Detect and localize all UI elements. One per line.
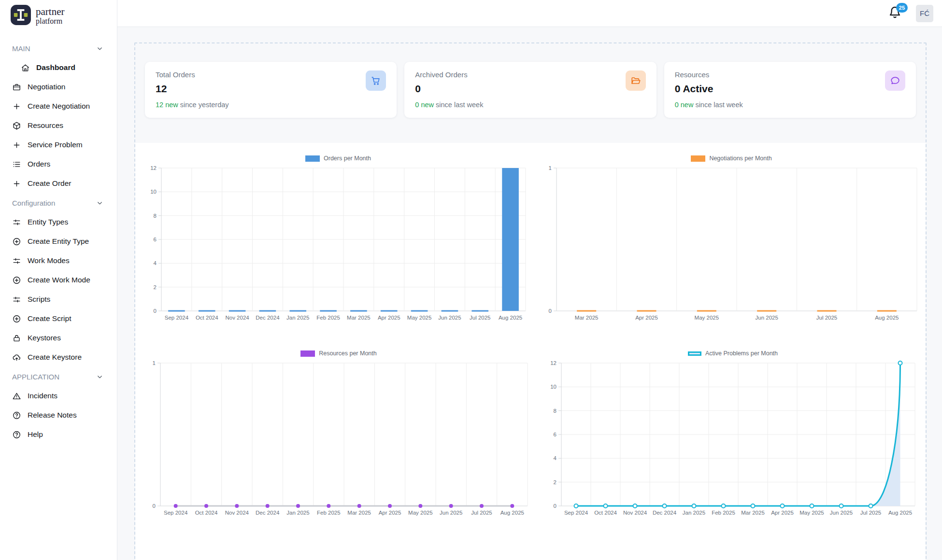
svg-text:10: 10 bbox=[550, 384, 557, 390]
svg-text:Feb 2025: Feb 2025 bbox=[712, 510, 735, 516]
briefcase-icon bbox=[12, 83, 21, 92]
sidebar-item-orders[interactable]: Orders bbox=[0, 154, 117, 174]
notifications-button[interactable]: 25 bbox=[888, 6, 901, 21]
sliders-icon bbox=[12, 256, 21, 266]
section-header-main[interactable]: MAIN bbox=[0, 39, 117, 58]
sidebar-item-negotiation[interactable]: Negotiation bbox=[0, 77, 117, 97]
user-avatar[interactable]: FĆ bbox=[916, 5, 933, 22]
dashboard-content: Total Orders 12 12 new since yesterday A… bbox=[134, 42, 927, 560]
sidebar-item-work-modes[interactable]: Work Modes bbox=[0, 251, 117, 270]
chart-legend[interactable]: Orders per Month bbox=[145, 154, 531, 163]
svg-text:8: 8 bbox=[154, 213, 157, 219]
chat-bubble-icon bbox=[885, 70, 905, 91]
svg-text:Oct 2024: Oct 2024 bbox=[594, 510, 617, 516]
sidebar-item-label: Create Work Mode bbox=[28, 276, 90, 284]
brand-logo-icon bbox=[11, 5, 31, 27]
card-delta: 12 new since yesterday bbox=[156, 101, 386, 109]
sidebar-item-create-keystore[interactable]: Create Keystore bbox=[0, 348, 117, 367]
legend-label: Active Problems per Month bbox=[705, 350, 778, 357]
svg-text:4: 4 bbox=[154, 260, 157, 266]
svg-text:May 2025: May 2025 bbox=[407, 315, 432, 321]
sidebar-item-dashboard[interactable]: Dashboard bbox=[0, 58, 117, 77]
sidebar-item-create-entity-type[interactable]: Create Entity Type bbox=[0, 232, 117, 251]
svg-text:2: 2 bbox=[554, 479, 557, 485]
plus-icon bbox=[12, 102, 21, 111]
chart-legend[interactable]: Negotiations per Month bbox=[540, 154, 923, 163]
svg-text:12: 12 bbox=[150, 165, 157, 171]
svg-text:Mar 2025: Mar 2025 bbox=[347, 510, 371, 516]
svg-text:Sep 2024: Sep 2024 bbox=[564, 510, 588, 516]
chart-canvas: 01Mar 2025Apr 2025May 2025Jun 2025Jul 20… bbox=[540, 163, 923, 323]
question-circle-icon bbox=[12, 411, 21, 420]
svg-text:Feb 2025: Feb 2025 bbox=[316, 315, 340, 321]
sidebar-item-help[interactable]: Help bbox=[0, 425, 117, 444]
sidebar-item-keystores[interactable]: Keystores bbox=[0, 328, 117, 348]
svg-text:Aug 2025: Aug 2025 bbox=[500, 510, 524, 516]
svg-text:2: 2 bbox=[154, 284, 157, 290]
svg-text:Mar 2025: Mar 2025 bbox=[741, 510, 765, 516]
svg-text:Mar 2025: Mar 2025 bbox=[347, 315, 371, 321]
sidebar-item-label: Create Entity Type bbox=[28, 237, 89, 246]
sidebar-item-label: Create Keystore bbox=[28, 353, 82, 362]
sidebar-item-incidents[interactable]: Incidents bbox=[0, 386, 117, 406]
svg-text:12: 12 bbox=[550, 360, 557, 366]
svg-text:Dec 2024: Dec 2024 bbox=[256, 510, 280, 516]
sidebar-item-label: Work Modes bbox=[28, 256, 70, 265]
warning-icon bbox=[12, 392, 21, 401]
section-header-application[interactable]: APPLICATION bbox=[0, 367, 117, 386]
svg-text:Apr 2025: Apr 2025 bbox=[378, 315, 400, 321]
section-label: MAIN bbox=[12, 44, 30, 53]
sidebar-item-resources[interactable]: Resources bbox=[0, 116, 117, 135]
svg-text:Jul 2025: Jul 2025 bbox=[860, 510, 881, 516]
sidebar-item-label: Orders bbox=[28, 160, 50, 168]
sidebar-item-service-problem[interactable]: Service Problem bbox=[0, 135, 117, 154]
lock-icon bbox=[12, 334, 21, 343]
card-archived-orders: Archived Orders 0 0 new since last week bbox=[404, 62, 656, 118]
sidebar-item-label: Service Problem bbox=[28, 140, 83, 149]
chart-legend[interactable]: Active Problems per Month bbox=[545, 349, 921, 358]
section-header-configuration[interactable]: Configuration bbox=[0, 193, 117, 212]
svg-text:Nov 2024: Nov 2024 bbox=[225, 315, 249, 321]
svg-text:Oct 2024: Oct 2024 bbox=[195, 510, 218, 516]
chart-legend[interactable]: Resources per Month bbox=[144, 349, 533, 358]
sidebar-item-create-script[interactable]: Create Script bbox=[0, 309, 117, 328]
legend-swatch bbox=[688, 351, 701, 356]
sidebar-item-create-order[interactable]: Create Order bbox=[0, 174, 117, 193]
plus-icon bbox=[12, 140, 21, 150]
chevron-down-icon bbox=[96, 45, 103, 52]
svg-text:6: 6 bbox=[554, 432, 557, 437]
brand[interactable]: partner platform bbox=[0, 0, 117, 27]
svg-text:May 2025: May 2025 bbox=[695, 315, 719, 321]
svg-text:0: 0 bbox=[554, 503, 557, 509]
notification-count-badge: 25 bbox=[896, 3, 908, 13]
sidebar-item-create-negotiation[interactable]: Create Negotiation bbox=[0, 97, 117, 116]
card-value: 0 Active bbox=[675, 83, 905, 95]
chart-active-problems-per-month: Active Problems per Month024681012Sep 20… bbox=[545, 349, 921, 518]
stat-cards-row: Total Orders 12 12 new since yesterday A… bbox=[145, 62, 916, 118]
svg-text:Mar 2025: Mar 2025 bbox=[575, 315, 599, 321]
sidebar-item-release-notes[interactable]: Release Notes bbox=[0, 406, 117, 425]
cart-icon bbox=[366, 70, 386, 91]
svg-text:Jun 2025: Jun 2025 bbox=[438, 315, 461, 321]
svg-text:Dec 2024: Dec 2024 bbox=[256, 315, 280, 321]
sidebar-item-scripts[interactable]: Scripts bbox=[0, 290, 117, 309]
chart-canvas: 024681012Sep 2024Oct 2024Nov 2024Dec 202… bbox=[145, 163, 531, 323]
svg-text:Jul 2025: Jul 2025 bbox=[471, 510, 492, 516]
card-resources: Resources 0 Active 0 new since last week bbox=[664, 62, 916, 118]
svg-text:0: 0 bbox=[549, 308, 552, 314]
chart-negotiations-per-month: Negotiations per Month01Mar 2025Apr 2025… bbox=[540, 154, 923, 323]
sidebar-item-label: Incidents bbox=[28, 392, 57, 400]
sidebar-item-create-work-mode[interactable]: Create Work Mode bbox=[0, 270, 117, 290]
sliders-icon bbox=[12, 218, 21, 227]
svg-text:Apr 2025: Apr 2025 bbox=[771, 510, 794, 516]
svg-text:Jul 2025: Jul 2025 bbox=[816, 315, 837, 321]
section-label: Configuration bbox=[12, 199, 55, 207]
main-content: Total Orders 12 12 new since yesterday A… bbox=[117, 27, 942, 560]
legend-swatch bbox=[300, 350, 315, 357]
sidebar-item-label: Create Script bbox=[28, 314, 71, 323]
sidebar-item-entity-types[interactable]: Entity Types bbox=[0, 212, 117, 232]
svg-text:May 2025: May 2025 bbox=[408, 510, 433, 516]
sidebar: partner platform MAINDashboardNegotiatio… bbox=[0, 0, 117, 560]
plus-circle-icon bbox=[12, 276, 21, 285]
svg-text:1: 1 bbox=[549, 165, 552, 171]
